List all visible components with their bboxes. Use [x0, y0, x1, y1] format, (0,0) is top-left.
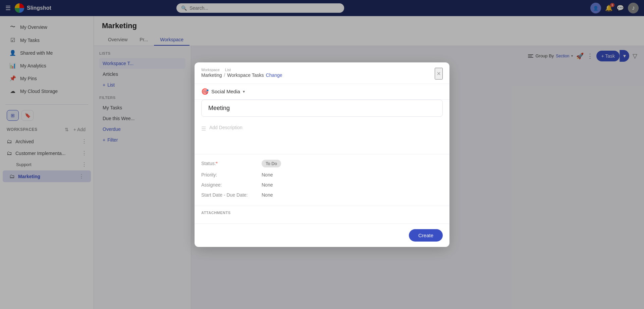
workspace-breadcrumb-label: Workspace — [201, 68, 220, 72]
dates-value[interactable]: None — [262, 192, 273, 198]
field-status: Status:* To Do — [201, 160, 443, 167]
modal-header: Workspace List Marketing / Workspace Tas… — [195, 62, 449, 84]
modal-body: 🎯 Social Media ▾ ☰ Add Description Statu… — [195, 84, 449, 223]
attachments-title: ATTACHMENTS — [201, 206, 443, 218]
field-priority: Priority: None — [201, 172, 443, 177]
modal-footer: Create — [195, 223, 449, 247]
modal-close-button[interactable]: × — [435, 68, 443, 80]
modal-breadcrumb: Workspace List Marketing / Workspace Tas… — [201, 68, 282, 78]
list-breadcrumb-label: List — [225, 68, 231, 72]
attachments-section: ATTACHMENTS — [195, 206, 449, 223]
fields-section: Status:* To Do Priority: None Assignee: … — [195, 154, 449, 203]
breadcrumb-list: Workspace Tasks — [227, 72, 264, 78]
field-dates: Start Date - Due Date: None — [201, 192, 443, 198]
create-button[interactable]: Create — [409, 229, 443, 242]
list-selector[interactable]: 🎯 Social Media ▾ — [195, 84, 449, 100]
field-assignee: Assignee: None — [201, 182, 443, 188]
breadcrumb-labels: Workspace List — [201, 68, 282, 72]
task-title-box — [201, 100, 443, 117]
assignee-value[interactable]: None — [262, 182, 273, 188]
required-marker: * — [216, 161, 218, 166]
list-name: Social Media — [211, 89, 240, 94]
breadcrumb-separator: / — [224, 72, 225, 78]
priority-value[interactable]: None — [262, 172, 273, 177]
status-label: Status:* — [201, 161, 262, 166]
list-chevron-icon: ▾ — [243, 89, 245, 94]
description-icon: ☰ — [201, 125, 206, 132]
description-placeholder: Add Description — [209, 125, 243, 130]
status-value[interactable]: To Do — [262, 160, 281, 167]
priority-label: Priority: — [201, 172, 262, 177]
dates-label: Start Date - Due Date: — [201, 192, 262, 198]
assignee-label: Assignee: — [201, 182, 262, 188]
description-area[interactable]: ☰ Add Description — [195, 121, 449, 154]
list-emoji: 🎯 — [201, 88, 209, 95]
breadcrumb-workspace: Marketing — [201, 72, 222, 78]
breadcrumb-path: Marketing / Workspace Tasks Change — [201, 72, 282, 78]
modal-overlay[interactable]: Workspace List Marketing / Workspace Tas… — [0, 0, 644, 309]
create-task-modal: Workspace List Marketing / Workspace Tas… — [195, 62, 449, 247]
task-title-input[interactable] — [202, 100, 442, 116]
breadcrumb-change-button[interactable]: Change — [266, 72, 282, 78]
